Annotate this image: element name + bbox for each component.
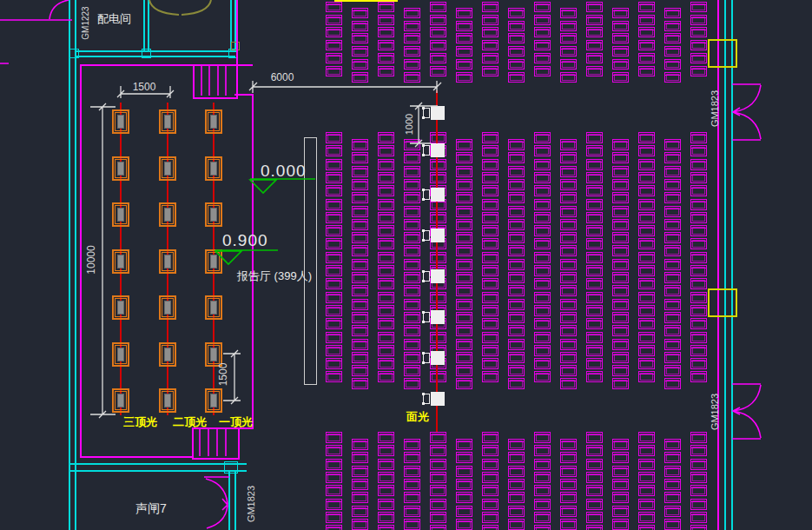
seat: [326, 305, 342, 316]
seat: [326, 332, 342, 343]
light-row3-label: 三顶光: [123, 414, 157, 430]
seat: [664, 139, 681, 150]
seat: [326, 132, 342, 143]
seat: [378, 252, 394, 263]
right-column-bottom: [708, 288, 737, 317]
seat: [378, 472, 394, 483]
seat: [456, 479, 472, 490]
seat: [508, 492, 525, 503]
seat: [586, 432, 603, 443]
seat: [508, 378, 525, 389]
seat: [430, 332, 446, 343]
seat: [378, 525, 394, 530]
seat: [508, 352, 525, 363]
seat: [404, 439, 420, 450]
seat: [638, 40, 655, 50]
door-olive-top: [149, 0, 211, 15]
seat: [378, 225, 394, 236]
seat: [352, 46, 368, 56]
seat: [534, 145, 551, 156]
seat: [690, 15, 707, 25]
seat: [430, 472, 446, 483]
front-light-fixture: [431, 310, 445, 324]
bottom-door-wall: [234, 472, 236, 530]
seat: [586, 27, 603, 37]
seat: [404, 312, 420, 323]
seat: [352, 312, 368, 323]
seat: [430, 40, 446, 50]
seat: [690, 159, 707, 170]
seat: [508, 192, 525, 203]
seat: [404, 299, 420, 310]
seat: [612, 232, 629, 243]
stage-light: [112, 109, 129, 134]
seat: [456, 259, 472, 270]
seat: [586, 318, 603, 329]
seat: [352, 352, 368, 363]
stage-light: [159, 249, 176, 274]
seat: [378, 185, 394, 196]
seat: [482, 459, 498, 470]
seat: [612, 299, 629, 310]
seat: [664, 519, 681, 530]
seat: [560, 325, 577, 336]
seat: [378, 432, 394, 443]
seat: [352, 245, 368, 256]
seat: [508, 452, 525, 463]
seat: [456, 152, 472, 163]
seat: [586, 2, 603, 12]
door-right-bottom-label: GM1823: [710, 390, 720, 434]
wall: [236, 0, 238, 64]
seat: [664, 232, 681, 243]
seat: [404, 192, 420, 203]
seat: [456, 166, 472, 177]
front-light-clamp: [423, 145, 430, 156]
seat: [326, 252, 342, 263]
seat: [638, 172, 655, 183]
seat: [378, 345, 394, 356]
seat: [586, 172, 603, 183]
seat: [430, 172, 446, 183]
seat: [404, 245, 420, 256]
seat: [534, 512, 551, 523]
seat: [352, 139, 368, 150]
seat: [404, 206, 420, 217]
door-right-top: [732, 84, 761, 140]
seat: [534, 172, 551, 183]
seat: [534, 66, 551, 76]
seat: [508, 152, 525, 163]
seat: [664, 192, 681, 203]
seat: [638, 472, 655, 483]
seat: [352, 152, 368, 163]
seat: [378, 445, 394, 456]
seat: [352, 232, 368, 243]
seat: [638, 332, 655, 343]
seat: [378, 292, 394, 303]
seat: [508, 519, 525, 530]
seat: [456, 312, 472, 323]
seat: [664, 166, 681, 177]
seat: [508, 179, 525, 190]
seat: [534, 2, 551, 12]
seat: [690, 512, 707, 523]
seat: [482, 238, 498, 249]
seat: [326, 445, 342, 456]
seat: [586, 225, 603, 236]
dim-1500v-text: 1500: [217, 358, 229, 391]
seat: [404, 365, 420, 376]
stage-light: [159, 342, 176, 367]
seat: [482, 265, 498, 276]
seat: [404, 339, 420, 350]
seat: [534, 345, 551, 356]
seat: [612, 492, 629, 503]
seat: [508, 339, 525, 350]
seat: [664, 312, 681, 323]
stage-light: [159, 202, 176, 227]
front-light-fixture: [431, 392, 445, 406]
bottom-wall: [69, 463, 247, 465]
seat: [690, 27, 707, 37]
seat: [664, 452, 681, 463]
seat: [378, 485, 394, 496]
seat: [378, 459, 394, 470]
seat: [482, 225, 498, 236]
